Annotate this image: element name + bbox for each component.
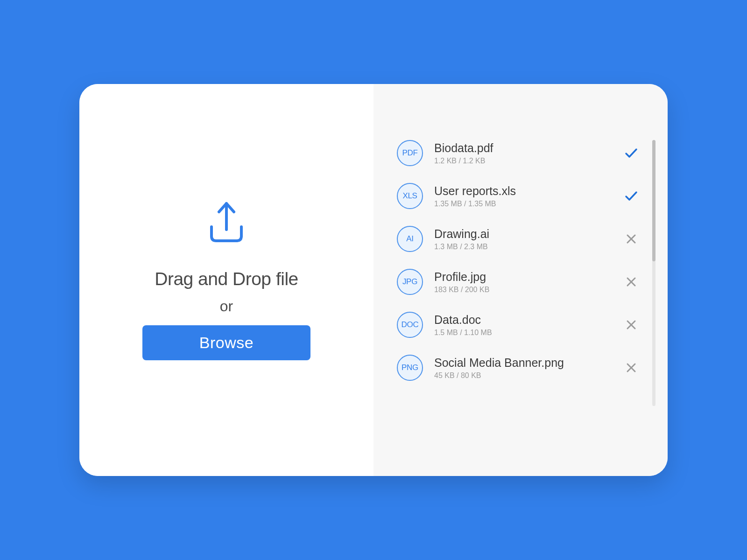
checkmark-icon xyxy=(623,145,640,161)
file-row: XLS User reports.xls 1.35 MB / 1.35 MB xyxy=(397,183,640,209)
file-row: JPG Profile.jpg 183 KB / 200 KB xyxy=(397,269,640,295)
file-row: PDF Biodata.pdf 1.2 KB / 1.2 KB xyxy=(397,140,640,166)
file-info: Data.doc 1.5 MB / 1.10 MB xyxy=(434,313,612,337)
drop-title: Drag and Drop file xyxy=(155,269,298,289)
file-size: 1.5 MB / 1.10 MB xyxy=(434,329,612,337)
close-icon[interactable] xyxy=(623,359,640,376)
file-info: Social Media Banner.png 45 KB / 80 KB xyxy=(434,356,612,380)
file-size: 1.2 KB / 1.2 KB xyxy=(434,157,612,165)
file-name: Profile.jpg xyxy=(434,270,612,284)
browse-button[interactable]: Browse xyxy=(142,325,310,360)
file-list-panel: PDF Biodata.pdf 1.2 KB / 1.2 KB XLS User… xyxy=(374,84,668,476)
file-row: DOC Data.doc 1.5 MB / 1.10 MB xyxy=(397,312,640,338)
file-list: PDF Biodata.pdf 1.2 KB / 1.2 KB XLS User… xyxy=(397,140,640,401)
file-size: 183 KB / 200 KB xyxy=(434,286,612,294)
file-info: Biodata.pdf 1.2 KB / 1.2 KB xyxy=(434,141,612,165)
file-name: Social Media Banner.png xyxy=(434,356,612,370)
file-size: 1.35 MB / 1.35 MB xyxy=(434,200,612,208)
file-info: Drawing.ai 1.3 MB / 2.3 MB xyxy=(434,227,612,251)
file-row: AI Drawing.ai 1.3 MB / 2.3 MB xyxy=(397,226,640,252)
file-type-badge: AI xyxy=(397,226,423,252)
checkmark-icon xyxy=(623,188,640,204)
upload-card: Drag and Drop file or Browse PDF Biodata… xyxy=(79,84,668,476)
file-info: Profile.jpg 183 KB / 200 KB xyxy=(434,270,612,294)
file-name: Biodata.pdf xyxy=(434,141,612,155)
file-name: Data.doc xyxy=(434,313,612,327)
file-row: PNG Social Media Banner.png 45 KB / 80 K… xyxy=(397,355,640,381)
file-name: Drawing.ai xyxy=(434,227,612,241)
file-type-badge: DOC xyxy=(397,312,423,338)
scrollbar-thumb[interactable] xyxy=(652,140,655,261)
file-type-badge: PNG xyxy=(397,355,423,381)
file-size: 1.3 MB / 2.3 MB xyxy=(434,243,612,251)
file-type-badge: PDF xyxy=(397,140,423,166)
upload-icon xyxy=(203,200,250,245)
close-icon[interactable] xyxy=(623,316,640,333)
file-info: User reports.xls 1.35 MB / 1.35 MB xyxy=(434,184,612,208)
drop-or: or xyxy=(220,298,233,315)
file-size: 45 KB / 80 KB xyxy=(434,371,612,380)
close-icon[interactable] xyxy=(623,273,640,290)
file-name: User reports.xls xyxy=(434,184,612,198)
drop-zone[interactable]: Drag and Drop file or Browse xyxy=(79,84,374,476)
file-type-badge: XLS xyxy=(397,183,423,209)
close-icon[interactable] xyxy=(623,231,640,247)
file-type-badge: JPG xyxy=(397,269,423,295)
scrollbar[interactable] xyxy=(652,140,655,406)
